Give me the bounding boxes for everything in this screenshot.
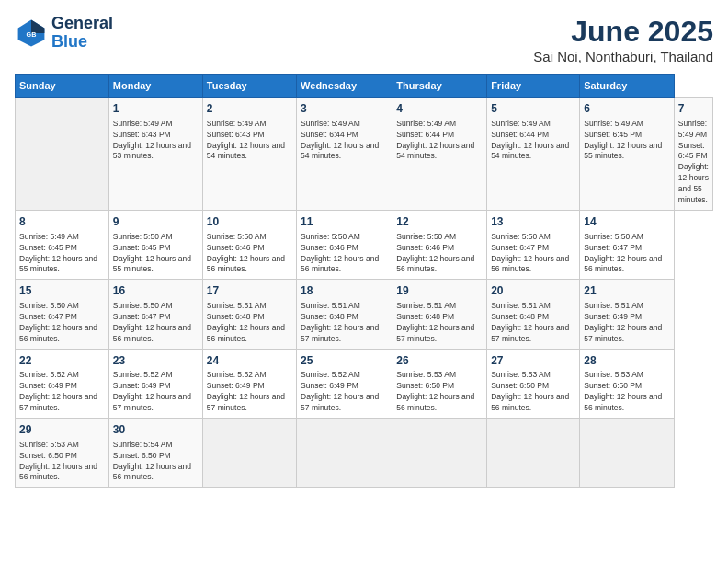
day-info: Sunrise: 5:50 AMSunset: 6:47 PMDaylight:…: [584, 232, 670, 276]
day-info: Sunrise: 5:51 AMSunset: 6:48 PMDaylight:…: [396, 301, 483, 345]
day-cell: 30Sunrise: 5:54 AMSunset: 6:50 PMDayligh…: [108, 419, 202, 488]
day-number: 2: [207, 101, 292, 117]
day-cell: 24Sunrise: 5:52 AMSunset: 6:49 PMDayligh…: [202, 349, 296, 418]
day-info: Sunrise: 5:50 AMSunset: 6:46 PMDaylight:…: [396, 232, 483, 276]
day-cell: 20Sunrise: 5:51 AMSunset: 6:48 PMDayligh…: [487, 280, 580, 349]
day-number: 9: [113, 214, 199, 230]
day-cell: 8Sunrise: 5:49 AMSunset: 6:45 PMDaylight…: [16, 210, 109, 279]
location-title: Sai Noi, Nonthaburi, Thailand: [533, 49, 713, 64]
day-info: Sunrise: 5:50 AMSunset: 6:47 PMDaylight:…: [113, 301, 199, 345]
month-title: June 2025: [533, 15, 713, 49]
day-number: 19: [396, 283, 483, 299]
logo: GB General Blue: [15, 15, 113, 52]
col-header-monday: Monday: [108, 75, 202, 98]
day-info: Sunrise: 5:53 AMSunset: 6:50 PMDaylight:…: [19, 440, 105, 484]
day-info: Sunrise: 5:54 AMSunset: 6:50 PMDaylight:…: [113, 440, 199, 484]
day-info: Sunrise: 5:51 AMSunset: 6:48 PMDaylight:…: [207, 301, 292, 345]
day-cell: 10Sunrise: 5:50 AMSunset: 6:46 PMDayligh…: [202, 210, 296, 279]
day-cell: 18Sunrise: 5:51 AMSunset: 6:48 PMDayligh…: [297, 280, 392, 349]
header: GB General Blue June 2025 Sai Noi, Nonth…: [15, 15, 713, 64]
calendar-table: SundayMondayTuesdayWednesdayThursdayFrid…: [15, 74, 713, 488]
day-info: Sunrise: 5:52 AMSunset: 6:49 PMDaylight:…: [207, 370, 292, 414]
day-number: 1: [113, 101, 199, 117]
day-info: Sunrise: 5:52 AMSunset: 6:49 PMDaylight:…: [301, 370, 388, 414]
day-info: Sunrise: 5:52 AMSunset: 6:49 PMDaylight:…: [113, 370, 199, 414]
logo-line1: General: [51, 15, 113, 33]
day-number: 23: [113, 353, 199, 369]
day-number: 26: [396, 353, 483, 369]
day-number: 18: [301, 283, 388, 299]
week-row-5: 29Sunrise: 5:53 AMSunset: 6:50 PMDayligh…: [16, 419, 713, 488]
day-cell: [392, 419, 487, 488]
day-info: Sunrise: 5:50 AMSunset: 6:47 PMDaylight:…: [491, 232, 575, 276]
col-header-saturday: Saturday: [580, 75, 675, 98]
col-header-friday: Friday: [487, 75, 580, 98]
title-area: June 2025 Sai Noi, Nonthaburi, Thailand: [533, 15, 713, 64]
day-number: 29: [19, 422, 105, 438]
day-cell: 5Sunrise: 5:49 AMSunset: 6:44 PMDaylight…: [487, 98, 580, 211]
day-number: 3: [301, 101, 388, 117]
logo-icon: GB: [15, 17, 48, 50]
day-cell: 7Sunrise: 5:49 AMSunset: 6:45 PMDaylight…: [674, 98, 712, 211]
day-cell: [580, 419, 675, 488]
day-info: Sunrise: 5:49 AMSunset: 6:45 PMDaylight:…: [678, 119, 709, 206]
day-info: Sunrise: 5:50 AMSunset: 6:46 PMDaylight:…: [301, 232, 388, 276]
day-cell: 22Sunrise: 5:52 AMSunset: 6:49 PMDayligh…: [16, 349, 109, 418]
day-cell: 21Sunrise: 5:51 AMSunset: 6:49 PMDayligh…: [580, 280, 675, 349]
day-cell: 9Sunrise: 5:50 AMSunset: 6:45 PMDaylight…: [108, 210, 202, 279]
day-cell: 27Sunrise: 5:53 AMSunset: 6:50 PMDayligh…: [487, 349, 580, 418]
day-cell: 4Sunrise: 5:49 AMSunset: 6:44 PMDaylight…: [392, 98, 487, 211]
day-number: 28: [584, 353, 670, 369]
week-row-1: 1Sunrise: 5:49 AMSunset: 6:43 PMDaylight…: [16, 98, 713, 211]
day-cell: 16Sunrise: 5:50 AMSunset: 6:47 PMDayligh…: [108, 280, 202, 349]
day-cell: 25Sunrise: 5:52 AMSunset: 6:49 PMDayligh…: [297, 349, 392, 418]
day-info: Sunrise: 5:51 AMSunset: 6:49 PMDaylight:…: [584, 301, 670, 345]
day-info: Sunrise: 5:51 AMSunset: 6:48 PMDaylight:…: [491, 301, 575, 345]
day-info: Sunrise: 5:52 AMSunset: 6:49 PMDaylight:…: [19, 370, 105, 414]
day-info: Sunrise: 5:51 AMSunset: 6:48 PMDaylight:…: [301, 301, 388, 345]
day-cell: 28Sunrise: 5:53 AMSunset: 6:50 PMDayligh…: [580, 349, 675, 418]
day-cell: 3Sunrise: 5:49 AMSunset: 6:44 PMDaylight…: [297, 98, 392, 211]
day-info: Sunrise: 5:49 AMSunset: 6:43 PMDaylight:…: [207, 119, 292, 163]
day-number: 16: [113, 283, 199, 299]
day-info: Sunrise: 5:49 AMSunset: 6:44 PMDaylight:…: [491, 119, 575, 163]
day-number: 25: [301, 353, 388, 369]
day-number: 13: [491, 214, 575, 230]
day-cell: 2Sunrise: 5:49 AMSunset: 6:43 PMDaylight…: [202, 98, 296, 211]
day-number: 6: [584, 101, 670, 117]
day-cell: 29Sunrise: 5:53 AMSunset: 6:50 PMDayligh…: [16, 419, 109, 488]
day-info: Sunrise: 5:50 AMSunset: 6:46 PMDaylight:…: [207, 232, 292, 276]
week-row-3: 15Sunrise: 5:50 AMSunset: 6:47 PMDayligh…: [16, 280, 713, 349]
day-number: 30: [113, 422, 199, 438]
day-cell: [16, 98, 109, 211]
col-header-thursday: Thursday: [392, 75, 487, 98]
day-info: Sunrise: 5:49 AMSunset: 6:45 PMDaylight:…: [584, 119, 670, 163]
col-header-sunday: Sunday: [16, 75, 109, 98]
day-cell: 13Sunrise: 5:50 AMSunset: 6:47 PMDayligh…: [487, 210, 580, 279]
day-number: 21: [584, 283, 670, 299]
day-cell: 1Sunrise: 5:49 AMSunset: 6:43 PMDaylight…: [108, 98, 202, 211]
day-info: Sunrise: 5:49 AMSunset: 6:43 PMDaylight:…: [113, 119, 199, 163]
week-row-2: 8Sunrise: 5:49 AMSunset: 6:45 PMDaylight…: [16, 210, 713, 279]
col-header-wednesday: Wednesday: [297, 75, 392, 98]
day-number: 4: [396, 101, 483, 117]
logo-line2: Blue: [51, 33, 113, 52]
day-cell: [202, 419, 296, 488]
day-cell: [297, 419, 392, 488]
svg-text:GB: GB: [27, 29, 37, 38]
day-number: 12: [396, 214, 483, 230]
day-info: Sunrise: 5:49 AMSunset: 6:45 PMDaylight:…: [19, 232, 105, 276]
day-cell: [487, 419, 580, 488]
header-row: SundayMondayTuesdayWednesdayThursdayFrid…: [16, 75, 713, 98]
day-number: 7: [678, 101, 709, 117]
day-cell: 17Sunrise: 5:51 AMSunset: 6:48 PMDayligh…: [202, 280, 296, 349]
day-number: 11: [301, 214, 388, 230]
day-info: Sunrise: 5:49 AMSunset: 6:44 PMDaylight:…: [396, 119, 483, 163]
day-cell: 23Sunrise: 5:52 AMSunset: 6:49 PMDayligh…: [108, 349, 202, 418]
day-number: 10: [207, 214, 292, 230]
day-number: 17: [207, 283, 292, 299]
day-number: 8: [19, 214, 105, 230]
logo-text: General Blue: [51, 15, 113, 52]
day-cell: 12Sunrise: 5:50 AMSunset: 6:46 PMDayligh…: [392, 210, 487, 279]
day-number: 24: [207, 353, 292, 369]
